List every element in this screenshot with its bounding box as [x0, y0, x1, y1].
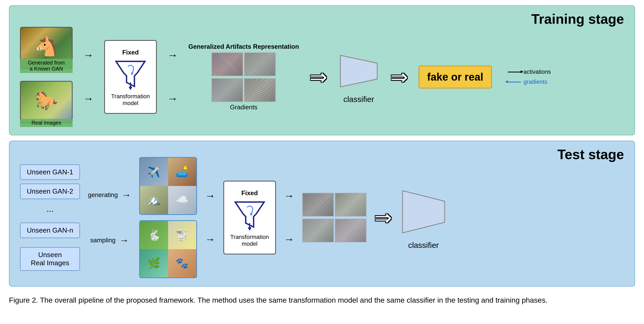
gradients-title: Gradients [230, 104, 257, 111]
transform-label-training: Transformationmodel [111, 93, 150, 107]
test-noise-1 [303, 193, 333, 216]
collage-1-3: 🏔️ [140, 186, 168, 214]
gradient-section-training: Generalized Artifacts Representation [188, 43, 299, 111]
test-gradient-pair-bottom [302, 219, 366, 242]
gradient-group [212, 52, 276, 102]
transform-fixed-label: Fixed [122, 49, 139, 56]
fake-real-box: fake or real [419, 66, 492, 89]
gan-image-container: Generated froma Known GAN [20, 27, 73, 73]
generating-label: generating [88, 191, 118, 199]
svg-marker-1 [402, 191, 445, 233]
test-gradient-tile-3 [302, 219, 334, 242]
classifier-label-test: classifier [408, 241, 439, 250]
arrow-generating: → [122, 189, 131, 200]
legend-activations: ▶ activations [508, 68, 551, 75]
gan-dots: ··· [20, 203, 80, 219]
real-image [20, 81, 73, 123]
gan-list: Unseen GAN-1 Unseen GAN-2 ··· Unseen GAN… [20, 164, 80, 271]
gan-1: Unseen GAN-1 [20, 164, 80, 180]
arrows-1: → → [83, 49, 94, 105]
gar-label: Generalized Artifacts Representation [188, 43, 299, 50]
gradient-section-test [302, 193, 366, 242]
svg-marker-0 [340, 55, 377, 87]
collage-1-1: ✈️ [140, 158, 168, 186]
sampling-row: sampling → [90, 235, 129, 246]
funnel-icon [113, 59, 148, 90]
gradient-pair-top [212, 52, 276, 76]
test-noise-2 [335, 193, 366, 216]
test-gradient-pair-top [302, 193, 366, 217]
legend-arrow-black: ▶ [508, 72, 521, 72]
arrow-test-2: → [205, 233, 215, 245]
collage-2-3: 🌿 [140, 249, 168, 277]
test-gradient-tile-4 [335, 219, 366, 242]
gan-image-label: Generated froma Known GAN [20, 59, 73, 73]
test-gradient-group [302, 193, 366, 242]
real-image-container: Real Images [20, 81, 73, 127]
legend-activations-label: activations [524, 68, 551, 75]
arrow-sampling: → [119, 235, 129, 246]
test-panel: Test stage Unseen GAN-1 Unseen GAN-2 ···… [9, 141, 635, 287]
gradient-noise-2 [245, 53, 275, 76]
training-panel: Training stage Generated froma Known GAN… [9, 5, 635, 135]
generating-sampling-section: generating → sampling → [88, 189, 131, 246]
test-collages: ✈️ 🛋️ 🏔️ ☁️ 🐇 🐩 🌿 🐾 [139, 157, 197, 278]
test-gradient-tile-2 [335, 193, 366, 217]
test-gradient-tile-1 [302, 193, 334, 217]
collage-2-4: 🐾 [168, 249, 196, 277]
arrow-to-gradient-2: → [167, 93, 178, 105]
gan-n: Unseen GAN-n [20, 223, 80, 238]
collage-1-2: 🛋️ [168, 158, 196, 186]
sampling-label: sampling [90, 237, 115, 244]
gan-2: Unseen GAN-2 [20, 184, 80, 199]
gan-collage: ✈️ 🛋️ 🏔️ ☁️ [139, 157, 197, 215]
test-title: Test stage [557, 146, 624, 162]
collage-2-2: 🐩 [168, 221, 196, 249]
gradient-tile-4 [244, 78, 276, 102]
test-transform-fixed: Fixed [241, 189, 258, 197]
big-arrow-to-result: ⇒ [390, 65, 408, 89]
arrows-2: → → [167, 49, 178, 105]
gradient-tile-3 [212, 78, 243, 102]
big-arrow-test: ⇒ [374, 205, 392, 230]
transform-model-test: Fixed Transformationmodel [223, 181, 276, 254]
gradient-tile-1 [212, 52, 243, 76]
real-collage: 🐇 🐩 🌿 🐾 [139, 220, 197, 278]
arrow-test-3: → [284, 190, 294, 202]
classifier-trapezoid-test [400, 185, 447, 238]
big-arrow-training: ⇒ [310, 65, 327, 89]
arrow-test-1: → [205, 190, 215, 202]
transform-model-training: Fixed Transformationmodel [104, 40, 157, 114]
collage-2-1: 🐇 [140, 221, 168, 249]
legend-arrow-blue: ◀ [508, 82, 521, 82]
test-content: Unseen GAN-1 Unseen GAN-2 ··· Unseen GAN… [20, 157, 624, 278]
legend-gradients: ◀ gradients [508, 78, 551, 85]
gradient-noise-3 [212, 79, 243, 101]
arrow-to-transform-1: → [83, 49, 94, 61]
training-image-group: Generated froma Known GAN Real Images [20, 27, 73, 127]
arrow-to-gradient-1: → [167, 49, 178, 61]
generating-row: generating → [88, 189, 131, 200]
real-image-label: Real Images [20, 119, 73, 127]
gradient-tile-2 [244, 52, 276, 76]
figure-caption: Figure 2. The overall pipeline of the pr… [9, 294, 588, 306]
legend: ▶ activations ◀ gradients [508, 68, 551, 85]
classifier-test: classifier [400, 185, 447, 250]
gan-real: UnseenReal Images [20, 247, 80, 271]
test-arrows-2: → → [205, 190, 215, 245]
classifier-training: classifier [338, 50, 380, 104]
main-container: Training stage Generated froma Known GAN… [9, 5, 635, 306]
arrow-to-transform-2: → [83, 93, 94, 105]
classifier-trapezoid-training [338, 50, 380, 92]
test-funnel-icon [233, 199, 267, 231]
collage-1-4: ☁️ [168, 186, 196, 214]
test-noise-3 [303, 219, 333, 242]
training-title: Training stage [531, 11, 624, 27]
gradient-noise-4 [245, 79, 275, 101]
test-arrows-3: → → [284, 190, 294, 245]
legend-gradients-label: gradients [524, 78, 547, 85]
training-top-section: Generated froma Known GAN Real Images → … [20, 27, 624, 127]
arrow-test-4: → [284, 233, 294, 245]
classifier-label-training: classifier [343, 95, 374, 104]
test-transform-label: Transformationmodel [230, 234, 269, 247]
